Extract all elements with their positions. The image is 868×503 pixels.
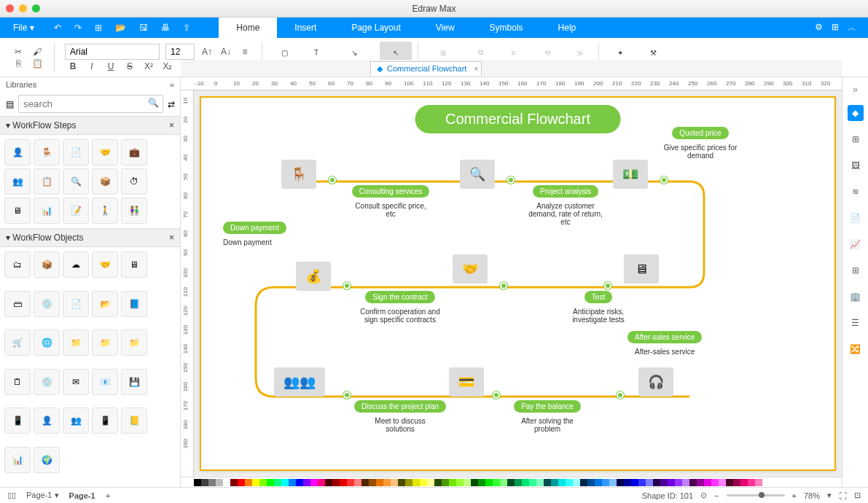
color-swatch[interactable] — [558, 479, 566, 486]
table-panel-icon[interactable]: ⊞ — [848, 262, 864, 278]
undo-icon[interactable]: ↶ — [54, 23, 61, 33]
flow-node[interactable] — [500, 282, 507, 289]
color-swatch[interactable] — [332, 479, 340, 486]
color-swatch[interactable] — [354, 479, 361, 486]
shape-item[interactable]: 📧 — [92, 369, 118, 395]
shape-item[interactable]: 💼 — [121, 139, 147, 165]
building-panel-icon[interactable]: 🏢 — [848, 289, 864, 305]
shape-item[interactable]: 📦 — [34, 252, 60, 278]
underline-icon[interactable]: U — [104, 61, 117, 71]
expand-right-icon[interactable]: » — [853, 85, 858, 95]
shape-item[interactable]: 🖥 — [121, 252, 147, 278]
shape-item[interactable]: 🚶 — [92, 198, 118, 224]
color-swatch[interactable] — [485, 479, 493, 486]
copy-icon[interactable]: ⎘ — [12, 58, 25, 69]
page-list-icon[interactable]: ▯▯ — [7, 491, 16, 500]
tab-symbols[interactable]: Symbols — [472, 17, 541, 38]
color-swatch[interactable] — [755, 479, 762, 486]
color-swatch[interactable] — [391, 479, 398, 486]
page-selector[interactable]: Page-1 ▾ — [26, 491, 59, 500]
color-swatch[interactable] — [573, 479, 580, 486]
add-page-icon[interactable]: + — [106, 491, 110, 500]
search-icon[interactable]: 🔍 — [148, 98, 159, 108]
zoom-slider[interactable] — [727, 494, 785, 496]
minimize-window-button[interactable] — [19, 4, 27, 12]
color-swatch[interactable] — [646, 479, 653, 486]
color-swatch[interactable] — [464, 479, 471, 486]
document-tab[interactable]: ◆ Commercial Flowchart × — [370, 61, 482, 76]
collapse-sidebar-icon[interactable]: « — [170, 80, 174, 89]
color-swatch[interactable] — [668, 479, 675, 486]
flow-node[interactable] — [660, 176, 668, 184]
color-swatch[interactable] — [551, 479, 558, 486]
shape-item[interactable]: 📊 — [4, 447, 31, 473]
canvas[interactable]: Commercial Flowchart 🪑 Consulting servic… — [200, 96, 836, 471]
color-swatch[interactable] — [631, 479, 638, 486]
library-menu-icon[interactable]: ▤ — [6, 99, 14, 109]
shape-item[interactable]: 📒 — [121, 408, 147, 434]
toggle-icon[interactable]: ⇄ — [168, 99, 175, 109]
color-swatch[interactable] — [675, 479, 682, 486]
color-swatch[interactable] — [216, 479, 223, 486]
flow-node[interactable] — [507, 176, 515, 184]
color-swatch[interactable] — [267, 479, 274, 486]
zoom-out-icon[interactable]: − — [714, 491, 719, 500]
print-icon[interactable]: 🖶 — [161, 23, 170, 33]
shape-item[interactable]: 💿 — [34, 291, 60, 317]
color-swatch[interactable] — [544, 479, 551, 486]
shape-item[interactable]: 👫 — [121, 198, 147, 224]
layers-panel-icon[interactable]: ≋ — [848, 184, 864, 200]
zoom-level[interactable]: 78% — [804, 491, 820, 500]
color-swatch[interactable] — [566, 479, 573, 486]
color-swatch[interactable] — [398, 479, 405, 486]
shape-item[interactable]: 👥 — [63, 408, 89, 434]
tab-insert[interactable]: Insert — [277, 17, 334, 38]
shape-item[interactable]: 🌐 — [34, 330, 60, 356]
color-swatch[interactable] — [420, 479, 427, 486]
shape-item[interactable]: 📱 — [4, 408, 31, 434]
close-window-button[interactable] — [6, 4, 14, 12]
shape-item[interactable]: 🤝 — [92, 139, 118, 165]
color-swatch[interactable] — [223, 479, 230, 486]
color-swatch[interactable] — [536, 479, 544, 486]
color-swatch[interactable] — [252, 479, 259, 486]
shape-item[interactable]: 💾 — [121, 369, 147, 395]
font-family-select[interactable] — [65, 44, 160, 60]
save-icon[interactable]: 🖫 — [139, 23, 148, 33]
color-swatch[interactable] — [376, 479, 383, 486]
color-swatch[interactable] — [230, 479, 238, 486]
shape-item[interactable]: 📁 — [63, 330, 89, 356]
cut-icon[interactable]: ✂ — [12, 47, 25, 57]
maximize-window-button[interactable] — [32, 4, 40, 12]
panel-workflow-steps[interactable]: ▾ WorkFlow Steps × — [0, 116, 180, 135]
shape-item[interactable]: 🗒 — [4, 369, 31, 395]
color-swatch[interactable] — [405, 479, 413, 486]
panel-workflow-objects[interactable]: ▾ WorkFlow Objects × — [0, 228, 180, 247]
close-panel-icon[interactable]: × — [169, 120, 174, 130]
flow-node[interactable] — [329, 176, 336, 184]
shape-item[interactable]: ✉ — [63, 369, 89, 395]
shape-item[interactable]: 🛒 — [4, 330, 31, 356]
shape-item[interactable]: 📂 — [92, 291, 118, 317]
shape-item[interactable]: 🌍 — [34, 447, 60, 473]
shape-item[interactable]: 💿 — [34, 369, 60, 395]
color-swatch[interactable] — [689, 479, 697, 486]
close-tab-icon[interactable]: × — [474, 65, 479, 73]
color-swatch[interactable] — [471, 479, 478, 486]
shape-item[interactable]: 📱 — [92, 408, 118, 434]
color-swatch[interactable] — [507, 479, 515, 486]
increase-font-icon[interactable]: A↑ — [200, 47, 214, 57]
shape-item[interactable]: 👥 — [4, 168, 31, 195]
color-swatch[interactable] — [238, 479, 245, 486]
flow-node[interactable] — [617, 391, 624, 399]
color-swatch[interactable] — [595, 479, 602, 486]
color-swatch[interactable] — [617, 479, 624, 486]
color-swatch[interactable] — [682, 479, 689, 486]
color-swatch[interactable] — [303, 479, 310, 486]
color-swatch[interactable] — [208, 479, 216, 486]
color-swatch[interactable] — [245, 479, 252, 486]
color-swatch[interactable] — [369, 479, 376, 486]
color-swatch[interactable] — [259, 479, 267, 486]
font-size-select[interactable] — [165, 44, 195, 60]
fit-page-icon[interactable]: ⛶ — [839, 491, 847, 500]
